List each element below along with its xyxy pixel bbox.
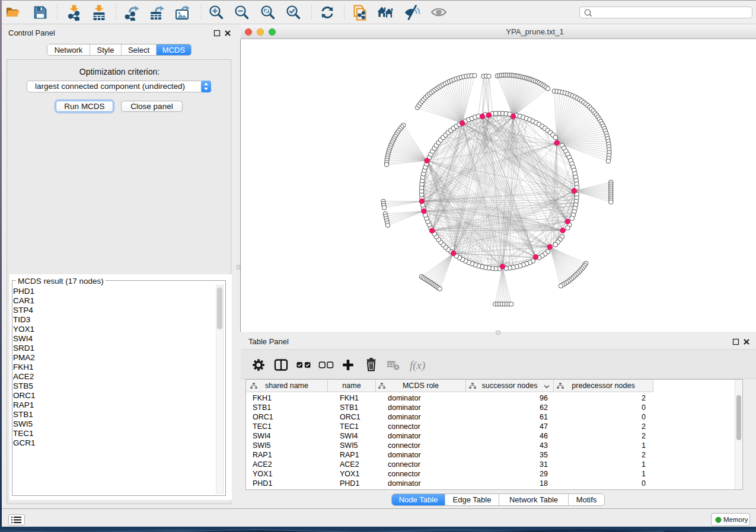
svg-text:f(x): f(x) xyxy=(410,359,425,372)
